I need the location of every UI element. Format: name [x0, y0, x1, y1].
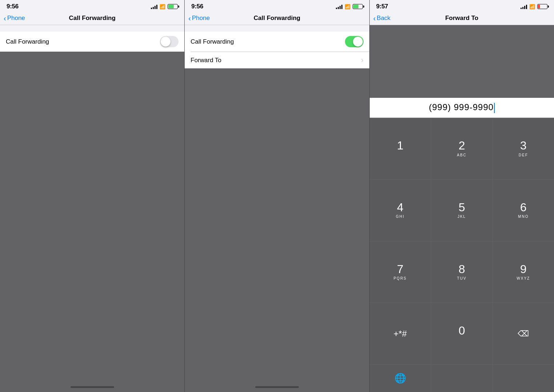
dial-number-3: 3 [520, 139, 527, 152]
forward-to-row[interactable]: Forward To › [185, 52, 369, 68]
list-section-2: Call Forwarding Forward To › [185, 32, 369, 68]
dial-letters-6: MNO [518, 215, 529, 220]
backspace-icon: ⌫ [518, 329, 529, 339]
status-icons-1: 📶 [151, 4, 178, 9]
call-forwarding-toggle-row-2[interactable]: Call Forwarding [185, 32, 369, 52]
wifi-icon-1: 📶 [160, 4, 165, 9]
nav-title-3: Forward To [445, 15, 478, 22]
phone-number-display: (999) 999-9990 [429, 102, 495, 113]
dial-key-empty-right [493, 365, 554, 392]
signal-icon-3 [521, 4, 527, 9]
status-time-1: 9:56 [7, 3, 19, 10]
battery-fill-3 [538, 5, 540, 8]
dial-letters-3: DEF [519, 153, 528, 158]
home-indicator-2 [185, 382, 369, 392]
back-button-1[interactable]: ‹ Phone [4, 15, 25, 22]
battery-fill-2 [353, 5, 358, 8]
status-time-2: 9:56 [191, 3, 203, 10]
text-cursor [494, 103, 495, 113]
battery-fill-1 [168, 5, 173, 8]
dial-key-5[interactable]: 5 JKL [431, 180, 492, 241]
dial-key-empty-mid [431, 365, 492, 392]
dial-key-backspace[interactable]: ⌫ [493, 303, 554, 364]
call-forwarding-label-2: Call Forwarding [190, 38, 234, 45]
dial-key-2[interactable]: 2 ABC [431, 118, 492, 180]
screen1: 9:56 📶 ‹ Phone Call Forwarding Call Forw… [0, 0, 185, 392]
call-forwarding-toggle-1[interactable] [160, 36, 178, 47]
forward-to-label: Forward To [190, 57, 221, 64]
home-bar-1 [71, 386, 114, 388]
back-chevron-2: ‹ [188, 15, 191, 22]
dial-number-4: 4 [397, 201, 404, 214]
nav-bar-3: ‹ Back Forward To [370, 12, 554, 25]
nav-bar-2: ‹ Phone Call Forwarding [185, 12, 369, 25]
dial-key-6[interactable]: 6 MNO [493, 180, 554, 241]
dial-letters-7: PQRS [394, 276, 407, 281]
home-indicator-1 [0, 382, 184, 392]
back-label-1: Phone [7, 15, 25, 22]
dial-letters-8: TUV [457, 276, 466, 281]
toggle-knob-2 [353, 37, 363, 47]
dial-number-9: 9 [520, 263, 527, 276]
phone-input-area[interactable]: (999) 999-9990 [370, 98, 554, 118]
dial-letters-2: ABC [457, 153, 467, 158]
dial-number-7: 7 [397, 263, 404, 276]
screen3: 9:57 📶 ‹ Back Forward To (999) 999-9990 [370, 0, 554, 392]
dial-key-globe[interactable]: 🌐 [370, 365, 431, 392]
battery-icon-2 [353, 4, 363, 9]
phone-number-text: (999) 999-9990 [429, 102, 494, 112]
list-section-1: Call Forwarding [0, 32, 184, 52]
dial-number-8: 8 [458, 263, 465, 276]
forward-to-chevron: › [361, 56, 364, 64]
dial-letters-4: GHI [396, 215, 405, 220]
status-icons-3: 📶 [521, 4, 547, 9]
back-button-3[interactable]: ‹ Back [373, 15, 390, 22]
dial-letters-1 [399, 153, 401, 158]
dial-key-9[interactable]: 9 WXYZ [493, 241, 554, 303]
status-time-3: 9:57 [376, 3, 388, 10]
nav-title-2: Call Forwarding [254, 15, 300, 22]
home-bar-2 [255, 386, 299, 388]
nav-bar-1: ‹ Phone Call Forwarding [0, 12, 184, 25]
dial-key-1[interactable]: 1 [370, 118, 431, 180]
status-bar-3: 9:57 📶 [370, 0, 554, 12]
screen3-gray-top [370, 25, 554, 98]
back-label-2: Phone [192, 15, 210, 22]
dial-key-7[interactable]: 7 PQRS [370, 241, 431, 303]
dial-key-8[interactable]: 8 TUV [431, 241, 492, 303]
dial-number-6: 6 [520, 201, 527, 214]
gray-area-2 [185, 68, 369, 382]
dial-letters-5: JKL [458, 215, 466, 220]
signal-icon-1 [151, 4, 157, 9]
battery-icon-3 [537, 4, 547, 9]
nav-title-1: Call Forwarding [69, 15, 115, 22]
screen2: 9:56 📶 ‹ Phone Call Forwarding Call Forw… [185, 0, 369, 392]
dial-pad: 1 2 ABC 3 DEF 4 GHI 5 JKL 6 MNO 7 PQRS [370, 118, 554, 392]
dial-key-0[interactable]: 0 [431, 303, 492, 364]
dial-special-label: +*# [394, 329, 407, 339]
wifi-icon-2: 📶 [345, 4, 350, 9]
back-chevron-1: ‹ [4, 15, 6, 22]
gray-area-1 [0, 52, 184, 382]
dial-number-5: 5 [458, 201, 465, 214]
back-button-2[interactable]: ‹ Phone [188, 15, 210, 22]
dial-key-3[interactable]: 3 DEF [493, 118, 554, 180]
call-forwarding-toggle-2[interactable] [345, 36, 364, 47]
battery-icon-1 [168, 4, 178, 9]
dial-number-0: 0 [458, 324, 465, 337]
call-forwarding-toggle-row-1[interactable]: Call Forwarding [0, 32, 184, 52]
status-bar-1: 9:56 📶 [0, 0, 184, 12]
wifi-icon-3: 📶 [529, 4, 535, 9]
dial-key-special[interactable]: +*# [370, 303, 431, 364]
globe-icon: 🌐 [394, 373, 406, 384]
signal-icon-2 [336, 4, 342, 9]
back-chevron-3: ‹ [373, 15, 376, 22]
dial-number-2: 2 [458, 139, 465, 152]
status-bar-2: 9:56 📶 [185, 0, 369, 12]
dial-letters-9: WXYZ [517, 276, 530, 281]
dial-letters-0 [461, 338, 463, 343]
call-forwarding-label-1: Call Forwarding [6, 38, 49, 45]
back-label-3: Back [377, 15, 390, 22]
dial-number-1: 1 [397, 139, 404, 152]
dial-key-4[interactable]: 4 GHI [370, 180, 431, 241]
